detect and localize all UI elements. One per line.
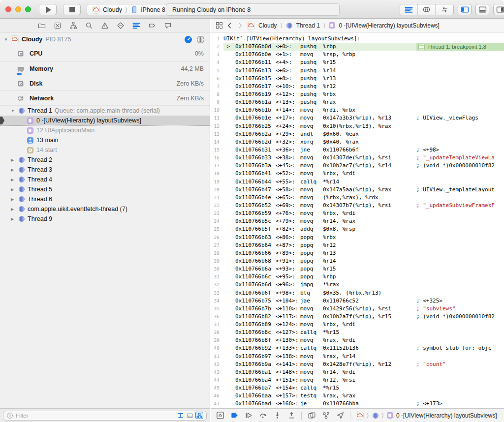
hide-debug-area-button[interactable] <box>216 411 224 420</box>
disclosure-triangle-icon[interactable]: ▼ <box>4 37 8 42</box>
thread-row[interactable]: ▶ com.apple.uikit.eventfetch-thread (7) <box>0 204 210 214</box>
asm-line[interactable]: 150x110766b31<+36>:jne0x110766b6f; <+98> <box>211 146 504 154</box>
asm-line[interactable]: 280x110766b66<+89>:popq%r13 <box>211 249 504 257</box>
disclosure-triangle-icon[interactable]: ▼ <box>11 109 16 113</box>
asm-line[interactable]: 320x110766b6d<+96>:jmpq*%rax <box>211 281 504 289</box>
asm-line[interactable]: 300x110766b6a<+93>:popq%r15 <box>211 265 504 273</box>
continue-button[interactable] <box>244 411 253 420</box>
asm-line[interactable]: 60x110766b15<+8>:pushq%r13 <box>211 75 504 83</box>
stack-frame-row[interactable]: 12 UIApplicationMain <box>0 125 210 135</box>
disclosure-triangle-icon[interactable]: ▶ <box>11 187 16 192</box>
asm-line[interactable]: 430x110766ba1<+148>:movq%r14, %rdi <box>211 368 504 376</box>
run-button[interactable] <box>39 4 57 15</box>
disclosure-triangle-icon[interactable]: ▶ <box>11 197 16 202</box>
breakpoint-badge[interactable]: Thread 1: breakpoint 1.8 <box>416 43 504 51</box>
project-navigator-icon[interactable] <box>38 21 46 30</box>
stack-frame-row[interactable]: 13 main <box>0 135 210 145</box>
asm-line[interactable]: 240x110766b5c<+79>:movq%r14, %rax <box>211 217 504 225</box>
thread-row[interactable]: ▶ Thread 5 <box>0 184 210 194</box>
gauge-toggle-icon[interactable] <box>184 35 192 44</box>
asm-line[interactable]: 80x110766b19<+12>:pushq%rbx <box>211 90 504 98</box>
step-over-button[interactable] <box>258 411 267 420</box>
thread-row[interactable]: ▼ Thread 1Queue: com.apple.main-thread (… <box>0 106 210 116</box>
running-blocks-toggle-icon[interactable] <box>195 412 203 419</box>
related-items-icon[interactable] <box>216 22 223 29</box>
asm-line[interactable]: 70x110766b17<+10>:pushq%r12 <box>211 83 504 90</box>
issue-navigator-icon[interactable] <box>101 21 109 30</box>
simulate-location-button[interactable] <box>336 411 345 420</box>
asm-line[interactable]: 90x110766b1a<+13>:pushq%rax <box>211 98 504 106</box>
asm-line[interactable]: 260x110766b63<+86>:popq%rbx <box>211 234 504 241</box>
report-navigator-icon[interactable] <box>164 21 172 30</box>
gauge-row-cpu[interactable]: CPU 0% <box>0 46 210 61</box>
view-process-by-icon[interactable] <box>196 35 205 44</box>
debug-navigator-icon[interactable] <box>132 21 141 30</box>
asm-line[interactable]: 380x110766b8c<+127>:callq*%r15 <box>211 329 504 336</box>
asm-line[interactable]: 310x110766b6c<+95>:popq%rbp <box>211 273 504 281</box>
flatten-stack-toggle-icon[interactable] <box>177 412 185 419</box>
asm-line[interactable]: 40x110766b11<+4>:pushq%r15 <box>211 59 504 66</box>
crashed-threads-toggle-icon[interactable] <box>186 412 194 419</box>
thread-row[interactable]: ▶ Thread 4 <box>0 175 210 184</box>
asm-line[interactable]: 200x110766b47<+58>:movq0x147a5aa(%rip), … <box>211 186 504 194</box>
asm-line[interactable]: 450x110766ba7<+154>:callq*%r15 <box>211 384 504 392</box>
disclosure-triangle-icon[interactable]: ▶ <box>11 178 16 182</box>
breakpoint-navigator-icon[interactable] <box>148 21 157 30</box>
asm-line[interactable]: 340x110766b75<+104>:jae0x110766c52; <+32… <box>211 297 504 305</box>
scheme-selector[interactable]: Cloudy ⟩ iPhone 8 <box>87 4 171 15</box>
jumpbar-project[interactable]: Cloudy <box>258 22 277 29</box>
gauge-row-network[interactable]: Network Zero KB/s <box>0 90 210 105</box>
process-row[interactable]: ▼ Cloudy PID 8175 <box>0 32 210 46</box>
symbol-navigator-icon[interactable] <box>69 21 78 30</box>
toggle-inspector-button[interactable] <box>493 4 504 15</box>
memory-graph-button[interactable] <box>321 411 330 420</box>
asm-line[interactable]: 410x110766b97<+138>:movq%rax, %r14 <box>211 353 504 361</box>
toggle-debug-area-button[interactable] <box>475 4 489 15</box>
disclosure-triangle-icon[interactable]: ▶ <box>11 168 16 172</box>
stack-frame-row[interactable]: 0 -[UIView(Hierarchy) layoutSubviews] <box>0 116 210 125</box>
gauge-row-memory[interactable]: Memory 44,2 MB <box>0 61 210 76</box>
asm-line[interactable]: 370x110766b89<+124>:movq%rbx, %rdi <box>211 321 504 329</box>
asm-line[interactable]: 1UIKit`-[UIView(Hierarchy) layoutSubview… <box>211 35 504 43</box>
zoom-window-button[interactable] <box>25 6 31 12</box>
toggle-navigator-button[interactable] <box>458 4 472 15</box>
thread-row[interactable]: ▶ Thread 2 <box>0 155 210 165</box>
thread-row[interactable]: ▶ Thread 9 <box>0 214 210 224</box>
disclosure-triangle-icon[interactable]: ▶ <box>11 207 16 211</box>
breakpoints-toggle-button[interactable] <box>230 411 239 420</box>
asm-line[interactable]: 170x110766b3a<+45>:movq0x10b2ac7(%rip), … <box>211 162 504 170</box>
jumpbar-frame[interactable]: 0 -[UIView(Hierarchy) layoutSubviews] <box>339 22 440 29</box>
asm-line[interactable]: 290x110766b68<+91>:popq%r14 <box>211 257 504 265</box>
asm-line[interactable]: 160x110766b33<+38>:movq0x14307de(%rip), … <box>211 154 504 162</box>
stop-button[interactable] <box>63 4 81 15</box>
asm-line[interactable]: 190x110766b44<+55>:callq*%r14 <box>211 178 504 186</box>
debug-bar-jump-bar[interactable]: ⟩ ⟩ 0 -[UIView(Hierarchy) layoutSubviews… <box>356 412 497 420</box>
thread-row[interactable]: ▶ Thread 6 <box>0 194 210 204</box>
view-hierarchy-button[interactable] <box>307 411 316 420</box>
debugbar-frame-label[interactable]: 0 -[UIView(Hierarchy) layoutSubviews] <box>396 412 497 419</box>
gauge-row-disk[interactable]: Disk Zero KB/s <box>0 76 210 90</box>
asm-line[interactable]: 400x110766b92<+133>:callq0x11152b136; sy… <box>211 344 504 352</box>
step-out-button[interactable] <box>287 411 296 420</box>
asm-line[interactable]: 230x110766b59<+76>:movq%rbx, %rdi <box>211 210 504 217</box>
asm-line[interactable]: 130x110766b2a<+29>:andl$0x60, %eax <box>211 130 504 138</box>
version-editor-button[interactable] <box>436 4 453 15</box>
asm-line[interactable]: 50x110766b13<+6>:pushq%r14 <box>211 67 504 75</box>
close-window-button[interactable] <box>5 6 11 12</box>
asm-line[interactable]: 440x110766ba4<+151>:movq%r12, %rsi <box>211 376 504 384</box>
asm-line[interactable]: 2->0x110766b0d<+0>:pushq%rbp Thread 1: b… <box>211 43 504 51</box>
asm-line[interactable]: 180x110766b41<+52>:movq%rbx, %rdi <box>211 170 504 178</box>
find-navigator-icon[interactable] <box>85 21 94 30</box>
asm-line[interactable]: 360x110766b82<+117>:movq0x10b2a7f(%rip),… <box>211 313 504 321</box>
asm-line[interactable]: 270x110766b64<+87>:popq%r12 <box>211 241 504 249</box>
asm-line[interactable]: 30x110766b0e<+1>:movq%rsp, %rbp <box>211 51 504 59</box>
back-icon[interactable] <box>226 22 233 29</box>
asm-line[interactable]: 100x110766b1b<+14>:movq%rdi, %rbx <box>211 106 504 114</box>
jump-bar[interactable]: Cloudy ⟩ Thread 1 ⟩ 0 -[UIView(Hierarchy… <box>211 19 504 32</box>
asm-line[interactable]: 460x110766baa<+157>:testq%rax, %rax <box>211 392 504 400</box>
filter-input[interactable] <box>16 413 174 419</box>
test-navigator-icon[interactable] <box>117 21 125 30</box>
asm-line[interactable]: 390x110766b8f<+130>:movq%rax, %rdi <box>211 336 504 344</box>
asm-line[interactable]: 210x110766b4e<+65>:movq(%rbx,%rax), %rdx <box>211 194 504 202</box>
standard-editor-button[interactable] <box>400 4 418 15</box>
